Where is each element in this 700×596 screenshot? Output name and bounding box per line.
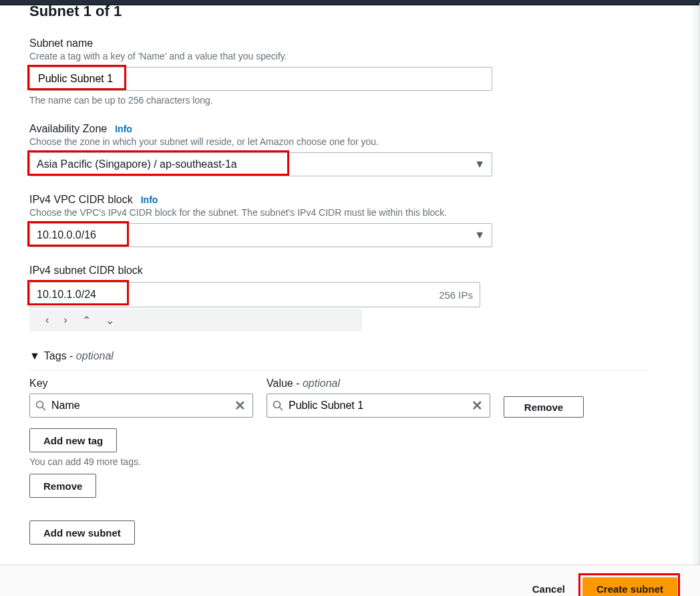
- section-title: Subnet 1 of 1: [29, 3, 699, 20]
- vpc-cidr-label: IPv4 VPC CIDR block: [29, 194, 133, 206]
- tag-value-input[interactable]: [287, 399, 466, 412]
- subnet-cidr-label: IPv4 subnet CIDR block: [29, 265, 524, 277]
- vpc-cidr-info-link[interactable]: Info: [141, 194, 158, 205]
- footer-bar: Cancel Create subnet: [0, 565, 700, 596]
- cidr-next-icon[interactable]: ›: [63, 314, 67, 326]
- az-label: Availability Zone: [29, 123, 107, 135]
- subnet-name-input-wrap[interactable]: [29, 67, 492, 91]
- tag-key-label: Key: [29, 378, 253, 390]
- tag-count-hint: You can add 49 more tags.: [29, 456, 651, 467]
- add-subnet-button[interactable]: Add new subnet: [29, 520, 135, 545]
- vpc-cidr-desc: Choose the VPC's IPv4 CIDR block for the…: [29, 207, 524, 218]
- clear-icon[interactable]: ✕: [233, 398, 247, 414]
- clear-icon[interactable]: ✕: [470, 398, 484, 414]
- subnet-name-hint: The name can be up to 256 characters lon…: [29, 95, 524, 106]
- cidr-up-icon[interactable]: ⌃: [82, 314, 91, 327]
- svg-point-0: [37, 402, 43, 408]
- tags-header-label: Tags - optional: [44, 350, 114, 362]
- az-info-link[interactable]: Info: [115, 124, 132, 134]
- subnet-name-label: Subnet name: [29, 37, 524, 49]
- cidr-prev-icon[interactable]: ‹: [45, 314, 49, 326]
- subnet-name-desc: Create a tag with a key of 'Name' and a …: [29, 51, 524, 61]
- cidr-nav-bar: ‹ › ⌃ ⌄: [29, 309, 362, 331]
- svg-point-2: [274, 402, 281, 408]
- subnet-name-input[interactable]: [37, 72, 485, 86]
- divider: [29, 370, 648, 371]
- tag-key-input-wrap[interactable]: ✕: [29, 394, 253, 418]
- az-select[interactable]: Asia Pacific (Singapore) / ap-southeast-…: [29, 152, 492, 176]
- cancel-button[interactable]: Cancel: [528, 583, 569, 595]
- tag-value-label: Value - optional: [267, 378, 490, 390]
- vpc-cidr-value: 10.10.0.0/16: [37, 229, 96, 241]
- caret-down-icon: ▼: [474, 229, 485, 241]
- subnet-cidr-ip-count: 256 IPs: [439, 289, 473, 301]
- az-desc: Choose the zone in which your subnet wil…: [29, 136, 524, 147]
- remove-subnet-button[interactable]: Remove: [29, 474, 96, 498]
- subnet-cidr-value[interactable]: 10.10.1.0/24: [37, 289, 96, 301]
- create-subnet-button[interactable]: Create subnet: [582, 577, 677, 596]
- tag-value-input-wrap[interactable]: ✕: [267, 394, 490, 418]
- caret-down-icon: ▼: [474, 158, 485, 170]
- svg-line-3: [280, 408, 283, 411]
- tags-toggle[interactable]: ▼ Tags - optional: [29, 350, 651, 367]
- search-icon: [273, 400, 283, 411]
- vpc-cidr-select[interactable]: 10.10.0.0/16 ▼: [29, 223, 492, 247]
- remove-tag-button[interactable]: Remove: [504, 396, 584, 418]
- svg-line-1: [43, 408, 46, 411]
- caret-down-icon: ▼: [29, 350, 40, 362]
- search-icon: [35, 400, 46, 411]
- az-select-value: Asia Pacific (Singapore) / ap-southeast-…: [37, 158, 237, 170]
- tag-key-input[interactable]: [50, 399, 229, 412]
- cidr-down-icon[interactable]: ⌄: [106, 314, 114, 327]
- add-tag-button[interactable]: Add new tag: [29, 428, 117, 452]
